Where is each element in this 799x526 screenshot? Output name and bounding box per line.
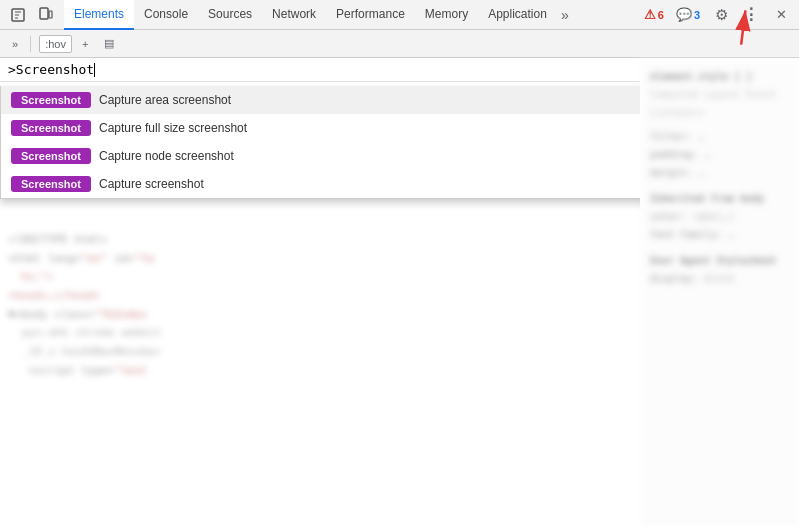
close-button[interactable]: ✕: [767, 1, 795, 29]
dropdown-item-3[interactable]: Screenshot Capture node screenshot: [1, 142, 640, 170]
hov-button[interactable]: :hov: [39, 35, 72, 53]
toolbar-icons-left: [4, 1, 60, 29]
screenshot-badge-3: Screenshot: [11, 148, 91, 164]
tab-sources[interactable]: Sources: [198, 0, 262, 30]
tab-network[interactable]: Network: [262, 0, 326, 30]
nav-tabs: Elements Console Sources Network Perform…: [64, 0, 639, 29]
device-icon[interactable]: [32, 1, 60, 29]
dropdown-item-1[interactable]: Screenshot Capture area screenshot: [1, 86, 640, 114]
screenshot-badge-4: Screenshot: [11, 176, 91, 192]
divider: [30, 36, 31, 52]
secondary-toolbar: » :hov + ▤: [0, 30, 799, 58]
command-row: >Screenshot: [0, 58, 640, 82]
dropdown-label-1: Capture area screenshot: [99, 93, 231, 107]
command-dropdown: Screenshot Capture area screenshot Scree…: [0, 86, 640, 199]
screenshot-badge-1: Screenshot: [11, 92, 91, 108]
devtools-toolbar: Elements Console Sources Network Perform…: [0, 0, 799, 30]
dropdown-label-3: Capture node screenshot: [99, 149, 234, 163]
dropdown-label-4: Capture screenshot: [99, 177, 204, 191]
svg-rect-2: [49, 11, 52, 18]
dropdown-label-2: Capture full size screenshot: [99, 121, 247, 135]
cursor: [94, 63, 95, 77]
add-style-button[interactable]: +: [76, 33, 94, 55]
layout-button[interactable]: ▤: [98, 33, 120, 55]
message-badge[interactable]: 💬 3: [671, 5, 705, 25]
right-panel: element.style { } Computed Layout Event …: [640, 58, 799, 526]
more-options-button[interactable]: ⋮: [737, 1, 765, 29]
tab-memory[interactable]: Memory: [415, 0, 478, 30]
dropdown-item-4[interactable]: Screenshot Capture screenshot: [1, 170, 640, 198]
command-input[interactable]: >Screenshot: [8, 62, 640, 77]
tab-application[interactable]: Application: [478, 0, 557, 30]
inspect-icon[interactable]: [4, 1, 32, 29]
error-badge[interactable]: ⚠ 6: [639, 5, 669, 25]
tab-elements[interactable]: Elements: [64, 0, 134, 30]
code-content: <!DOCTYPE html> <html lang="en" id="fa t…: [0, 223, 640, 526]
settings-button[interactable]: ⚙: [707, 1, 735, 29]
dropdown-item-2[interactable]: Screenshot Capture full size screenshot: [1, 114, 640, 142]
screenshot-badge-2: Screenshot: [11, 120, 91, 136]
tab-console[interactable]: Console: [134, 0, 198, 30]
tab-performance[interactable]: Performance: [326, 0, 415, 30]
code-panel: >Screenshot Screenshot Capture area scre…: [0, 58, 640, 526]
more-tabs-icon[interactable]: »: [557, 7, 573, 23]
toolbar-right: ⚠ 6 💬 3 ⚙ ⋮ ✕: [639, 1, 795, 29]
svg-rect-1: [40, 8, 48, 19]
more-styles-button[interactable]: »: [6, 33, 24, 55]
main-content: >Screenshot Screenshot Capture area scre…: [0, 58, 799, 526]
